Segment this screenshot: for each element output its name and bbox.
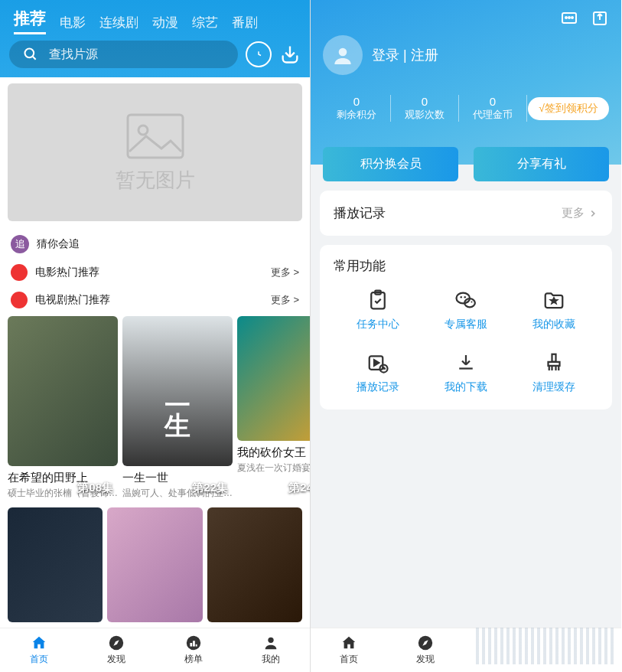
show-card[interactable]: 第24集 我的砍价女王 夏浅在一次订婚宴上… — [237, 316, 310, 500]
svg-point-0 — [25, 49, 34, 58]
show-card[interactable]: 第08集 在希望的田野上 硕士毕业的张楠（曹骏饰… — [8, 316, 118, 500]
func-label: 我的下载 — [445, 380, 487, 394]
signin-button[interactable]: √签到领积分 — [528, 97, 609, 120]
chevron-right-icon — [588, 208, 598, 219]
nav-home[interactable]: 首页 — [0, 628, 77, 672]
brush-icon — [542, 351, 565, 374]
nav-rank[interactable]: 榜单 — [155, 628, 233, 672]
svg-marker-26 — [374, 360, 379, 366]
red-dot-icon — [11, 292, 28, 308]
stat-watch[interactable]: 0观影次数 — [391, 95, 459, 122]
func-label: 我的收藏 — [532, 318, 575, 331]
hero-text: 暂无图片 — [116, 167, 195, 194]
tab-anime[interactable]: 动漫 — [152, 14, 178, 34]
profile-screen: 登录 | 注册 0剩余积分 0观影次数 0代理金币 √签到领积分 积分换会员 分… — [311, 0, 621, 672]
points-vip-button[interactable]: 积分换会员 — [323, 147, 458, 181]
stat-points[interactable]: 0剩余积分 — [323, 95, 391, 122]
compass-icon — [417, 634, 434, 651]
compass-icon — [108, 634, 125, 651]
nav-home[interactable]: 首页 — [311, 628, 387, 672]
svg-point-3 — [138, 126, 148, 135]
avatar[interactable] — [323, 35, 363, 75]
stat-label: 代理金币 — [473, 108, 513, 122]
more-link[interactable]: 更多 > — [271, 266, 299, 279]
section-title: 电视剧热门推荐 — [35, 293, 263, 307]
section-movie-hot: 电影热门推荐 更多 > — [0, 256, 310, 284]
search-input[interactable] — [49, 47, 224, 61]
func-clear-cache[interactable]: 清理缓存 — [510, 351, 598, 394]
clipboard-check-icon — [366, 289, 389, 312]
history-button[interactable] — [246, 41, 272, 67]
functions-grid: 任务中心 专属客服 我的收藏 播放记录 我的下载 清理缓存 — [334, 289, 598, 394]
func-downloads[interactable]: 我的下载 — [422, 351, 510, 394]
show-card[interactable]: 一生第22集 一生一世 温婉可人、处事低调的业… — [122, 316, 233, 500]
tab-movie[interactable]: 电影 — [60, 14, 86, 34]
tab-recommend[interactable]: 推荐 — [14, 8, 46, 34]
svg-point-12 — [568, 17, 570, 18]
hero-banner[interactable]: 暂无图片 — [8, 83, 302, 221]
show-card[interactable] — [107, 507, 202, 622]
more-link[interactable]: 更多 > — [271, 293, 299, 307]
svg-point-11 — [565, 17, 567, 18]
show-card[interactable] — [8, 507, 103, 622]
search-row — [9, 41, 301, 68]
stat-value: 0 — [473, 95, 513, 108]
svg-rect-7 — [193, 641, 195, 646]
nav-label: 首页 — [340, 653, 358, 666]
folder-star-icon — [542, 289, 565, 312]
svg-point-21 — [464, 296, 466, 298]
chart-icon — [185, 634, 202, 651]
tab-bangumi[interactable]: 番剧 — [232, 14, 258, 34]
nav-mine[interactable]: 我的 — [233, 628, 310, 672]
func-favorites[interactable]: 我的收藏 — [510, 289, 598, 331]
login-register-link[interactable]: 登录 | 注册 — [372, 46, 438, 64]
func-label: 播放记录 — [357, 380, 399, 394]
profile-header: 登录 | 注册 0剩余积分 0观影次数 0代理金币 √签到领积分 积分换会员 分… — [311, 0, 621, 165]
share-button[interactable] — [591, 9, 609, 28]
wechat-icon — [454, 289, 477, 312]
poster: 第24集 — [237, 316, 310, 441]
nav-discover[interactable]: 发现 — [387, 628, 464, 672]
svg-point-20 — [460, 296, 462, 298]
search-box[interactable] — [9, 41, 238, 68]
func-support[interactable]: 专属客服 — [422, 289, 510, 331]
nav-label: 发现 — [416, 653, 435, 666]
poster: 一生第22集 — [122, 316, 233, 466]
tv-grid: 第08集 在希望的田野上 硕士毕业的张楠（曹骏饰… 一生第22集 一生一世 温婉… — [0, 312, 310, 500]
func-label: 专属客服 — [445, 318, 487, 331]
func-history[interactable]: 播放记录 — [334, 351, 422, 394]
nav-label: 首页 — [30, 653, 48, 666]
history-card: 播放记录 更多 — [320, 191, 612, 236]
home-screen: 推荐 电影 连续剧 动漫 综艺 番剧 暂无图片 追 猜你会追 — [0, 0, 311, 672]
stat-coin[interactable]: 0代理金币 — [459, 95, 527, 122]
history-more[interactable]: 更多 — [562, 206, 598, 220]
image-placeholder-icon — [125, 112, 186, 161]
chase-badge-icon: 追 — [11, 235, 29, 253]
svg-rect-27 — [552, 354, 556, 362]
play-history-icon — [366, 351, 389, 374]
func-tasks[interactable]: 任务中心 — [334, 289, 422, 331]
header: 推荐 电影 连续剧 动漫 综艺 番剧 — [0, 0, 310, 77]
message-button[interactable] — [560, 9, 578, 28]
card-subtitle: 夏浅在一次订婚宴上… — [237, 462, 310, 475]
share-gift-button[interactable]: 分享有礼 — [474, 147, 609, 181]
svg-point-13 — [572, 17, 573, 18]
show-card[interactable] — [207, 507, 302, 622]
category-tabs: 推荐 电影 连续剧 动漫 综艺 番剧 — [9, 5, 301, 41]
svg-point-22 — [467, 302, 468, 303]
action-buttons: 积分换会员 分享有礼 — [323, 147, 609, 181]
section-guess: 追 猜你会追 — [0, 227, 310, 256]
nav-label: 我的 — [262, 653, 280, 666]
section-tv-hot: 电视剧热门推荐 更多 > — [0, 284, 310, 312]
person-icon — [262, 634, 279, 651]
download-button[interactable] — [279, 44, 301, 65]
tab-variety[interactable]: 综艺 — [192, 14, 218, 34]
stat-value: 0 — [405, 95, 445, 108]
section-title: 电影热门推荐 — [35, 266, 263, 279]
svg-line-1 — [33, 57, 36, 60]
tab-series[interactable]: 连续剧 — [99, 14, 138, 34]
functions-title: 常用功能 — [334, 257, 598, 275]
top-actions — [323, 9, 609, 28]
nav-discover[interactable]: 发现 — [77, 628, 155, 672]
svg-rect-8 — [196, 644, 197, 647]
